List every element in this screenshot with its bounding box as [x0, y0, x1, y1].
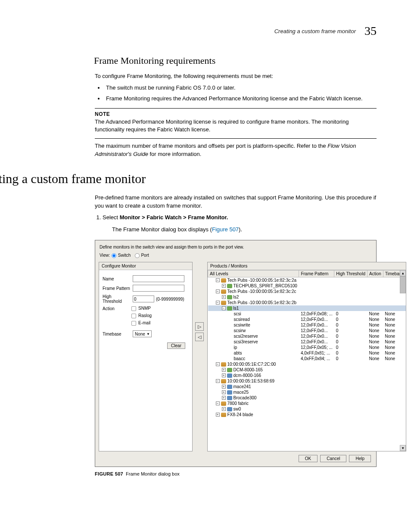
products-monitors-title: Products / Monitors	[208, 262, 406, 270]
row-label: scsiread	[234, 317, 250, 322]
table-row[interactable]: −10:00:00:05:1E:53:68:69	[208, 378, 406, 384]
row-label: DCM-8000-165	[234, 367, 263, 372]
grp-icon	[227, 368, 232, 372]
expand-icon[interactable]: −	[222, 306, 226, 310]
table-row[interactable]: +FX8-24 blade	[208, 412, 406, 417]
view-selector: View: Switch Port	[100, 253, 372, 258]
step-1: Select Monitor > Fabric Watch > Frame Mo…	[103, 214, 377, 234]
table-row[interactable]: scsiwrite12,0xFF,0x0...0NoneNone	[208, 322, 406, 328]
expand-icon[interactable]: +	[216, 413, 220, 417]
row-label: ls2	[234, 295, 239, 299]
table-row[interactable]: −Tech Pubs -10:00:00:05:1e:82:3c:2a	[208, 277, 406, 283]
row-label: Brocade300	[234, 395, 257, 400]
table-row[interactable]: +mace241	[208, 384, 406, 389]
expand-icon[interactable]: +	[222, 385, 226, 389]
row-label: abts	[234, 351, 242, 355]
sw-icon	[227, 373, 232, 378]
expand-icon[interactable]: −	[216, 362, 220, 366]
checkbox-snmp[interactable]: SNMP	[131, 306, 189, 311]
table-row[interactable]: scsirw12,0xFF,0x0...0NoneNone	[208, 328, 406, 333]
checkbox-raslog[interactable]: Raslog	[131, 313, 189, 319]
dialog-instruction: Define monitors in the switch view and a…	[100, 245, 372, 249]
table-row[interactable]: +dcm-8000-166	[208, 373, 406, 378]
expand-icon[interactable]: +	[222, 368, 226, 372]
table-row[interactable]: +DCM-8000-165	[208, 367, 406, 373]
radio-port[interactable]: Port	[134, 253, 149, 258]
expand-icon[interactable]: +	[222, 284, 226, 288]
radio-switch[interactable]: Switch	[111, 253, 131, 258]
table-row[interactable]: −Tech Pubs -10:00:00:05:1e:82:3c:2b	[208, 300, 406, 305]
table-row[interactable]: −Tech Pubs -10:00:00:05:1e:82:3c:2c	[208, 289, 406, 294]
row-label: mace25	[234, 390, 249, 395]
move-left-button[interactable]: ◁	[195, 333, 204, 341]
row-label: 10:00:00:05:1E:C7:2C:00	[227, 362, 276, 367]
row-label: mace241	[234, 384, 251, 389]
high-threshold-range: (0-999999999)	[156, 297, 184, 302]
row-label: scsi3reserve	[234, 339, 258, 344]
table-row[interactable]: scsi12,0xFF,0x08; ...0NoneNone	[208, 311, 406, 317]
expand-icon[interactable]: −	[216, 401, 220, 405]
col-high-threshold[interactable]: High Threshold	[334, 271, 367, 277]
table-row[interactable]: baacc4,0xFF,0x84; ...0NoneNone	[208, 356, 406, 361]
move-right-button[interactable]: ▷	[195, 322, 204, 331]
table-row[interactable]: abts4,0xFF,0x81; ...0NoneNone	[208, 350, 406, 356]
row-label: ls1	[234, 306, 239, 311]
fab-icon	[221, 413, 226, 417]
grp-icon	[227, 295, 232, 299]
expand-icon[interactable]: −	[216, 278, 220, 282]
table-row[interactable]: scsi3reserve12,0xFF,0x0...0NoneNone	[208, 339, 406, 345]
cancel-button[interactable]: Cancel	[320, 455, 346, 462]
expand-icon[interactable]: +	[222, 390, 226, 394]
sw-icon	[227, 396, 232, 400]
note-label: NOTE	[95, 111, 377, 117]
table-row[interactable]: ip12,0xFF,0x05; ...0NoneNone	[208, 345, 406, 350]
table-row[interactable]: +mace25	[208, 389, 406, 395]
req-bullet-1: The switch must be running Fabric OS 7.0…	[104, 84, 377, 92]
products-monitors-table[interactable]: All Levels Frame Pattern High Threshold …	[208, 270, 406, 417]
clear-button[interactable]: Clear	[167, 342, 185, 349]
checkbox-email[interactable]: E-mail	[131, 320, 189, 326]
frame-monitor-dialog: Define monitors in the switch view and a…	[95, 240, 377, 467]
scroll-up-button[interactable]: ▲	[400, 270, 406, 276]
col-frame-pattern[interactable]: Frame Pattern	[299, 271, 334, 277]
table-row[interactable]: +ls2	[208, 294, 406, 300]
scroll-thumb[interactable]	[400, 276, 406, 293]
fab-icon	[221, 379, 226, 383]
row-label: FX8-24 blade	[227, 412, 253, 417]
row-label: Tech Pubs -10:00:00:05:1e:82:3c:2a	[227, 278, 297, 283]
req-intro: To configure Frame Monitoring, the follo…	[95, 72, 377, 81]
row-label: scsiwrite	[234, 323, 250, 327]
table-row[interactable]: −10:00:00:05:1E:C7:2C:00	[208, 361, 406, 367]
col-action[interactable]: Action	[367, 271, 383, 277]
expand-icon[interactable]: +	[222, 295, 226, 299]
scroll-down-button[interactable]: ▼	[400, 445, 406, 451]
figure-link[interactable]: Figure 507	[212, 226, 239, 233]
expand-icon[interactable]: +	[222, 396, 226, 400]
row-label: 7800 fabric	[227, 401, 249, 406]
table-row[interactable]: +sw0	[208, 406, 406, 412]
expand-icon[interactable]: −	[216, 301, 220, 305]
timebase-select[interactable]: None	[133, 330, 152, 337]
name-label: Name	[103, 277, 131, 281]
timebase-label: Timebase	[103, 332, 131, 336]
table-row[interactable]: +TECHPUBS_SPIRIT_BRCD5100	[208, 283, 406, 289]
grp-icon	[227, 284, 232, 288]
grp-icon	[227, 306, 232, 311]
frame-pattern-input[interactable]	[133, 285, 184, 292]
expand-icon[interactable]: −	[216, 379, 220, 383]
table-row[interactable]: +Brocade300	[208, 395, 406, 401]
name-input[interactable]	[133, 275, 184, 282]
high-threshold-input[interactable]	[133, 296, 154, 302]
help-button[interactable]: Help	[349, 455, 371, 462]
table-row[interactable]: −7800 fabric	[208, 401, 406, 406]
col-all-levels[interactable]: All Levels	[208, 271, 299, 277]
expand-icon[interactable]: +	[222, 373, 226, 377]
table-row[interactable]: −ls1	[208, 305, 406, 311]
expand-icon[interactable]: +	[222, 407, 226, 411]
create-intro: Pre-defined frame monitors are already i…	[95, 194, 377, 210]
table-row[interactable]: scsiread12,0xFF,0x0...0NoneNone	[208, 317, 406, 322]
ok-button[interactable]: OK	[299, 455, 318, 462]
table-row[interactable]: scsi2reserve12,0xFF,0x0...0NoneNone	[208, 333, 406, 339]
expand-icon[interactable]: −	[216, 289, 220, 293]
sw-icon	[227, 407, 232, 411]
